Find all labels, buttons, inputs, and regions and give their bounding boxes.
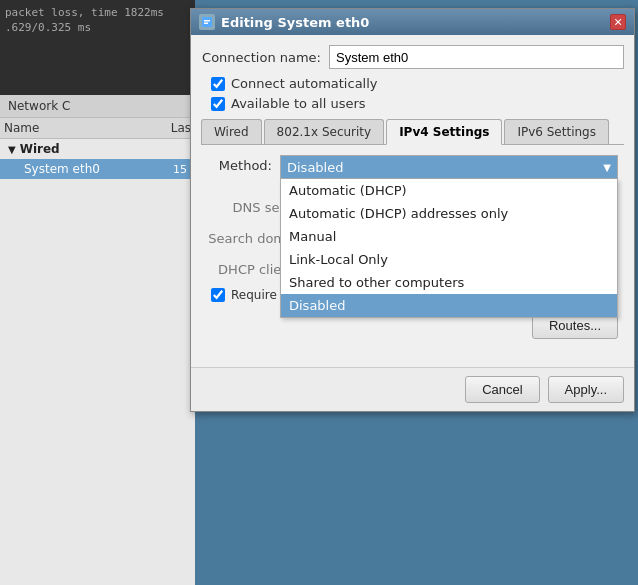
- method-option-shared[interactable]: Shared to other computers: [281, 271, 617, 294]
- method-dropdown-container: Disabled ▼ Automatic (DHCP) Automatic (D…: [280, 155, 618, 179]
- network-item-last: 15: [173, 163, 187, 176]
- dialog-close-button[interactable]: ✕: [610, 14, 626, 30]
- connection-name-input[interactable]: [329, 45, 624, 69]
- dialog-body: Connection name: Connect automatically A…: [191, 35, 634, 367]
- connect-auto-label: Connect automatically: [231, 76, 378, 91]
- dialog-footer: Cancel Apply...: [191, 367, 634, 411]
- method-dropdown-list: Automatic (DHCP) Automatic (DHCP) addres…: [280, 179, 618, 318]
- settings-tabs: Wired 802.1x Security IPv4 Settings IPv6…: [201, 119, 624, 145]
- dropdown-chevron-icon: ▼: [603, 162, 611, 173]
- dialog-title: Editing System eth0: [221, 15, 369, 30]
- network-panel-title: Network C: [0, 95, 195, 118]
- tab-ipv4[interactable]: IPv4 Settings: [386, 119, 502, 145]
- connect-auto-row: Connect automatically: [201, 76, 624, 91]
- available-all-label: Available to all users: [231, 96, 366, 111]
- connection-name-label: Connection name:: [201, 50, 321, 65]
- editing-dialog: Editing System eth0 ✕ Connection name: C…: [190, 8, 635, 412]
- network-group-wired[interactable]: ▼ Wired: [0, 139, 195, 159]
- method-selected-label: Disabled: [287, 160, 343, 175]
- terminal-line-2: .629/0.325 ms: [5, 20, 190, 35]
- tab-wired[interactable]: Wired: [201, 119, 262, 144]
- network-group-label: Wired: [20, 142, 60, 156]
- dialog-titlebar: Editing System eth0 ✕: [191, 9, 634, 35]
- ipv4-tab-content: Method: Disabled ▼ Automatic (DHCP) Auto…: [201, 145, 624, 357]
- require-ipv4-checkbox[interactable]: [211, 288, 225, 302]
- tab-8021x[interactable]: 802.1x Security: [264, 119, 385, 144]
- network-list-header: Name Las: [0, 118, 195, 139]
- method-row: Method: Disabled ▼ Automatic (DHCP) Auto…: [207, 155, 618, 179]
- expand-arrow-icon: ▼: [8, 144, 16, 155]
- titlebar-left: Editing System eth0: [199, 14, 369, 30]
- method-dropdown-header[interactable]: Disabled ▼: [280, 155, 618, 179]
- cancel-button[interactable]: Cancel: [465, 376, 539, 403]
- method-option-manual[interactable]: Manual: [281, 225, 617, 248]
- svg-rect-1: [204, 20, 210, 22]
- network-manager-panel: Network C Name Las ▼ Wired System eth0 1…: [0, 95, 195, 585]
- network-item-system-eth0[interactable]: System eth0 15: [0, 159, 195, 179]
- connect-auto-checkbox[interactable]: [211, 77, 225, 91]
- method-option-auto-dhcp[interactable]: Automatic (DHCP): [281, 179, 617, 202]
- method-label: Method:: [207, 155, 272, 173]
- method-option-auto-dhcp-addr[interactable]: Automatic (DHCP) addresses only: [281, 202, 617, 225]
- method-option-link-local[interactable]: Link-Local Only: [281, 248, 617, 271]
- svg-rect-0: [202, 17, 212, 27]
- available-all-row: Available to all users: [201, 96, 624, 111]
- available-all-checkbox[interactable]: [211, 97, 225, 111]
- apply-button[interactable]: Apply...: [548, 376, 624, 403]
- terminal-line-1: packet loss, time 1822ms: [5, 5, 190, 20]
- dialog-icon: [199, 14, 215, 30]
- col-last-header: Las: [156, 121, 191, 135]
- col-name-header: Name: [4, 121, 156, 135]
- method-option-disabled[interactable]: Disabled: [281, 294, 617, 317]
- network-item-label: System eth0: [24, 162, 100, 176]
- tab-ipv6[interactable]: IPv6 Settings: [504, 119, 609, 144]
- svg-rect-2: [204, 23, 208, 25]
- connection-name-row: Connection name:: [201, 45, 624, 69]
